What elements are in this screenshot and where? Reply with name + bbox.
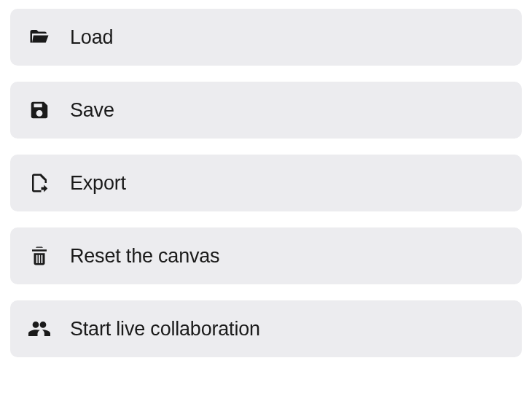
trash-icon — [26, 243, 52, 269]
menu-item-live-collaboration[interactable]: Start live collaboration — [10, 300, 522, 357]
menu-item-label: Save — [70, 99, 114, 122]
menu-item-load[interactable]: Load — [10, 9, 522, 66]
menu-item-export[interactable]: Export — [10, 155, 522, 211]
menu-item-save[interactable]: Save — [10, 82, 522, 139]
folder-open-icon — [26, 24, 52, 50]
menu-list: Load Save Export Reset the canvas Start … — [10, 9, 522, 357]
users-icon — [26, 316, 52, 342]
menu-item-label: Reset the canvas — [70, 245, 219, 268]
save-icon — [26, 97, 52, 123]
menu-item-label: Start live collaboration — [70, 318, 260, 340]
menu-item-label: Load — [70, 26, 113, 49]
menu-item-reset-canvas[interactable]: Reset the canvas — [10, 227, 522, 284]
menu-item-label: Export — [70, 172, 126, 195]
export-icon — [26, 170, 52, 196]
svg-point-0 — [38, 112, 41, 114]
